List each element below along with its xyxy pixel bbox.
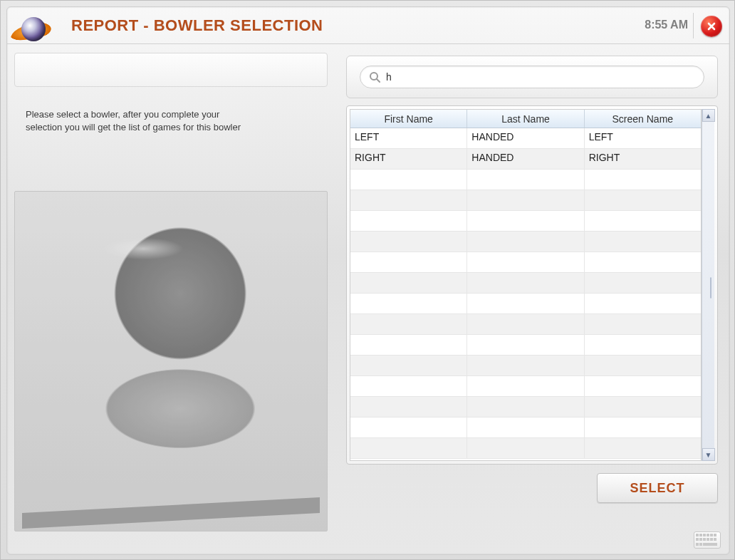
table-row[interactable]	[350, 190, 701, 211]
table-cell	[585, 438, 701, 458]
grid-body: LEFTHANDEDLEFTRIGHTHANDEDRIGHT	[350, 128, 701, 460]
table-cell	[350, 252, 467, 272]
left-column: Please select a bowler, after you comple…	[7, 44, 335, 554]
scrollbar[interactable]: ▲ ▼	[702, 109, 714, 461]
table-cell	[350, 438, 467, 458]
table-row[interactable]: LEFTHANDEDLEFT	[350, 128, 701, 149]
table-cell: LEFT	[585, 128, 701, 148]
table-row[interactable]	[350, 170, 701, 190]
select-button[interactable]: SELECT	[597, 473, 718, 503]
preview-image	[14, 191, 328, 532]
bowler-grid: First Name Last Name Screen Name LEFTHAN…	[350, 109, 702, 461]
table-cell: HANDED	[467, 128, 584, 148]
page-title: REPORT - BOWLER SELECTION	[71, 16, 323, 35]
table-cell	[467, 418, 584, 437]
table-cell	[585, 170, 701, 190]
table-cell	[350, 170, 467, 190]
table-cell	[585, 190, 701, 210]
table-cell	[467, 376, 584, 396]
svg-line-1	[377, 79, 380, 82]
table-cell	[585, 273, 701, 293]
table-row[interactable]	[350, 397, 701, 418]
table-cell	[350, 294, 467, 313]
table-cell	[350, 190, 467, 210]
table-row[interactable]	[350, 211, 701, 232]
table-row[interactable]	[350, 418, 701, 438]
table-cell: RIGHT	[350, 149, 467, 169]
search-panel	[346, 56, 718, 98]
table-cell	[585, 418, 701, 437]
table-cell	[585, 314, 701, 334]
table-cell	[585, 376, 701, 396]
header: REPORT - BOWLER SELECTION 8:55 AM	[7, 7, 729, 44]
table-cell	[350, 418, 467, 437]
instruction-text: Please select a bowler, after you comple…	[26, 108, 328, 134]
bowling-ball-icon	[21, 17, 46, 41]
table-row[interactable]	[350, 438, 701, 459]
table-row[interactable]	[350, 376, 701, 397]
instruction-line: Please select a bowler, after you comple…	[26, 109, 219, 120]
table-cell	[350, 376, 467, 396]
table-cell	[350, 232, 467, 252]
table-cell	[467, 438, 584, 458]
table-cell	[467, 356, 584, 375]
right-column: First Name Last Name Screen Name LEFTHAN…	[335, 44, 729, 554]
search-field[interactable]	[360, 66, 704, 88]
close-button[interactable]	[701, 16, 722, 37]
table-cell	[467, 397, 584, 417]
table-cell	[350, 335, 467, 355]
col-last-name[interactable]: Last Name	[467, 110, 584, 128]
table-row[interactable]	[350, 314, 701, 335]
grid-header: First Name Last Name Screen Name	[350, 110, 701, 128]
table-row[interactable]	[350, 252, 701, 273]
table-cell: RIGHT	[585, 149, 701, 169]
info-panel	[14, 53, 328, 87]
scroll-thumb[interactable]	[710, 277, 711, 299]
table-cell	[467, 314, 584, 334]
table-cell	[467, 294, 584, 313]
search-input[interactable]	[386, 71, 695, 83]
table-cell	[467, 211, 584, 231]
logo	[7, 7, 70, 44]
table-cell: HANDED	[467, 149, 584, 169]
table-cell	[467, 273, 584, 293]
clock: 8:55 AM	[645, 19, 688, 31]
table-cell	[585, 232, 701, 252]
table-row[interactable]	[350, 232, 701, 252]
table-cell	[585, 356, 701, 375]
table-row[interactable]: RIGHTHANDEDRIGHT	[350, 149, 701, 170]
search-icon	[369, 71, 380, 83]
table-row[interactable]	[350, 356, 701, 376]
table-cell: LEFT	[350, 128, 467, 148]
close-icon	[707, 21, 716, 31]
table-cell	[467, 190, 584, 210]
table-cell	[585, 294, 701, 313]
table-row[interactable]	[350, 335, 701, 356]
table-cell	[585, 397, 701, 417]
table-cell	[350, 314, 467, 334]
table-cell	[467, 335, 584, 355]
table-cell	[350, 356, 467, 375]
table-cell	[467, 232, 584, 252]
table-cell	[350, 211, 467, 231]
divider	[693, 13, 694, 38]
keyboard-button[interactable]	[694, 532, 721, 549]
table-row[interactable]	[350, 273, 701, 294]
table-cell	[350, 273, 467, 293]
table-cell	[467, 170, 584, 190]
instruction-line: selection you will get the list of games…	[26, 122, 241, 133]
table-cell	[350, 397, 467, 417]
scroll-down-button[interactable]: ▼	[702, 448, 715, 461]
col-first-name[interactable]: First Name	[350, 110, 467, 128]
keyboard-icon	[696, 534, 699, 536]
scroll-up-button[interactable]: ▲	[702, 109, 715, 122]
bowler-grid-frame: First Name Last Name Screen Name LEFTHAN…	[346, 105, 718, 465]
table-cell	[467, 252, 584, 272]
table-cell	[585, 211, 701, 231]
table-cell	[585, 252, 701, 272]
col-screen-name[interactable]: Screen Name	[585, 110, 701, 128]
table-cell	[585, 335, 701, 355]
table-row[interactable]	[350, 294, 701, 314]
